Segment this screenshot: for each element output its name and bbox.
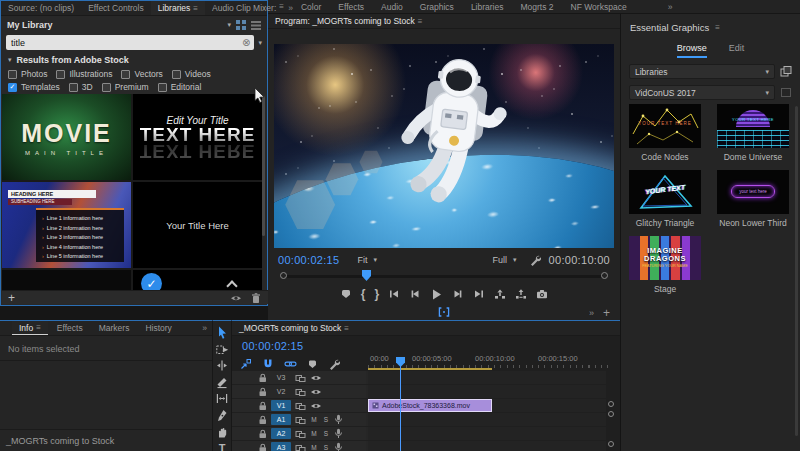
filter-videos[interactable]: Videos: [172, 69, 211, 79]
sync-status-icon[interactable]: [230, 293, 242, 303]
tab-info[interactable]: Info ≡: [12, 321, 48, 335]
results-header[interactable]: ▾ Results from Adobe Stock: [1, 52, 267, 66]
track-name-a3[interactable]: A3: [271, 442, 291, 451]
lock-icon[interactable]: [258, 387, 267, 397]
program-scrubber[interactable]: [276, 270, 612, 282]
program-video-frame[interactable]: [274, 44, 614, 248]
add-marker-icon[interactable]: [340, 288, 352, 300]
mogrt-item-dome-universe[interactable]: YOUR TEXT HERE Dome Universe: [713, 104, 793, 162]
mark-out-icon[interactable]: }: [375, 288, 380, 300]
program-playhead[interactable]: [362, 270, 371, 281]
scroll-handle-left[interactable]: [280, 272, 287, 279]
essential-graphics-scrollbar[interactable]: [795, 106, 798, 436]
track-height-handle[interactable]: [608, 411, 614, 417]
tab-source[interactable]: Source: (no clips): [1, 1, 81, 15]
workspace-libraries[interactable]: Libraries: [471, 2, 504, 12]
checkbox-icon[interactable]: [8, 70, 17, 79]
lock-icon[interactable]: [258, 415, 267, 425]
mogrt-item-glitchy-triangle[interactable]: YOUR TEXT Glitchy Triangle: [625, 170, 705, 228]
track-v2-lane[interactable]: [368, 385, 606, 398]
selection-tool[interactable]: [214, 326, 230, 339]
tab-program[interactable]: Program: _MOGRTs coming to Stock ≡: [268, 14, 429, 28]
tab-libraries[interactable]: Libraries ≡: [151, 1, 205, 15]
ripple-edit-tool[interactable]: [214, 359, 230, 372]
mark-in-icon[interactable]: {: [361, 288, 366, 300]
workspace-color[interactable]: Color: [301, 2, 321, 12]
extract-icon[interactable]: [515, 288, 527, 300]
list-view-icon[interactable]: [250, 19, 261, 30]
solo-button[interactable]: S: [322, 444, 330, 451]
hand-tool[interactable]: [214, 425, 230, 438]
scrubber-track[interactable]: [282, 275, 606, 278]
sync-lock-icon[interactable]: [295, 429, 306, 439]
library-selector[interactable]: My Library: [7, 20, 53, 30]
timeline-clip[interactable]: AdobeStock_78363368.mov: [368, 399, 492, 412]
solo-button[interactable]: S: [322, 416, 330, 423]
nest-toggle-icon[interactable]: [240, 358, 252, 370]
tab-edit[interactable]: Edit: [729, 43, 745, 58]
snap-magnet-icon[interactable]: [262, 358, 274, 370]
pen-tool[interactable]: [214, 409, 230, 422]
track-output-eye-icon[interactable]: [310, 373, 322, 383]
checkbox-icon[interactable]: [158, 83, 167, 92]
program-timecode[interactable]: 00:00:02:15: [278, 254, 339, 266]
stock-thumb-your-title[interactable]: Your Title Here: [133, 182, 262, 268]
mute-button[interactable]: M: [310, 430, 318, 437]
track-v3-lane[interactable]: [368, 371, 606, 384]
lock-icon[interactable]: [258, 429, 267, 439]
tab-overflow-icon[interactable]: »: [283, 3, 298, 13]
workspace-mogrts2[interactable]: Mogrts 2: [520, 2, 553, 12]
workspace-nf[interactable]: NF Workspace: [571, 2, 627, 12]
workspace-graphics[interactable]: Graphics: [420, 2, 454, 12]
voiceover-mic-icon[interactable]: [334, 414, 343, 425]
mute-button[interactable]: M: [310, 444, 318, 451]
filter-premium[interactable]: Premium: [102, 82, 149, 92]
scroll-handle-right[interactable]: [601, 272, 608, 279]
track-a3-lane[interactable]: [368, 441, 606, 451]
library-dropdown-icon[interactable]: ▾: [227, 21, 231, 29]
stock-thumb-lower-third[interactable]: HEADING HERE SUBHEADING HERE ›Line 1 inf…: [2, 182, 131, 268]
mogrt-item-code-nodes[interactable]: YOUR TEXT HERE Code Nodes: [625, 104, 705, 162]
tab-effects[interactable]: Effects: [50, 321, 90, 335]
settings-wrench-icon[interactable]: [529, 254, 541, 266]
stock-thumb-movie-title[interactable]: MOVIE MAIN TITLE: [2, 94, 131, 180]
track-name-a2[interactable]: A2: [271, 428, 291, 439]
track-a2-lane[interactable]: [368, 427, 606, 440]
step-back-icon[interactable]: [409, 288, 421, 300]
voiceover-mic-icon[interactable]: [334, 442, 343, 451]
play-icon[interactable]: [430, 288, 443, 301]
lock-icon[interactable]: [258, 443, 267, 451]
search-input[interactable]: [6, 35, 254, 50]
go-to-out-icon[interactable]: [473, 288, 485, 300]
tab-overflow-icon[interactable]: »: [197, 323, 212, 333]
track-name-v3[interactable]: V3: [271, 372, 291, 383]
checkbox-icon[interactable]: [102, 83, 111, 92]
button-editor-icon[interactable]: +: [603, 306, 610, 320]
filter-illustrations[interactable]: Illustrations: [56, 69, 112, 79]
filter-vectors[interactable]: Vectors: [121, 69, 162, 79]
lift-icon[interactable]: [494, 288, 506, 300]
track-height-handle[interactable]: [608, 441, 614, 447]
mute-button[interactable]: M: [310, 416, 318, 423]
sync-lock-icon[interactable]: [295, 443, 306, 451]
track-a1-lane[interactable]: [368, 413, 606, 426]
filter-editorial[interactable]: Editorial: [158, 82, 202, 92]
stock-thumb-partial[interactable]: [2, 270, 131, 291]
tab-browse[interactable]: Browse: [677, 43, 707, 58]
grid-view-icon[interactable]: [235, 19, 246, 30]
filter-photos[interactable]: Photos: [8, 69, 47, 79]
filter-templates[interactable]: ✓Templates: [8, 82, 60, 92]
workspace-effects[interactable]: Effects: [338, 2, 364, 12]
timeline-playhead-line[interactable]: [400, 359, 401, 451]
type-tool[interactable]: [214, 442, 230, 451]
lock-icon[interactable]: [258, 373, 267, 383]
checkbox-icon[interactable]: [172, 70, 181, 79]
mogrt-item-stage[interactable]: IMAGINE DRAGONS FEATURING YOUR NAME Stag…: [625, 236, 705, 294]
delete-icon[interactable]: [250, 292, 262, 304]
go-to-in-icon[interactable]: [388, 288, 400, 300]
tab-history[interactable]: History: [138, 321, 178, 335]
add-content-icon[interactable]: +: [8, 293, 15, 303]
tab-sequence[interactable]: _MOGRTs coming to Stock ≡: [232, 321, 356, 335]
workspace-overflow-icon[interactable]: »: [668, 2, 673, 12]
mogrt-item-neon-lower-third[interactable]: your text here Neon Lower Third: [713, 170, 793, 228]
